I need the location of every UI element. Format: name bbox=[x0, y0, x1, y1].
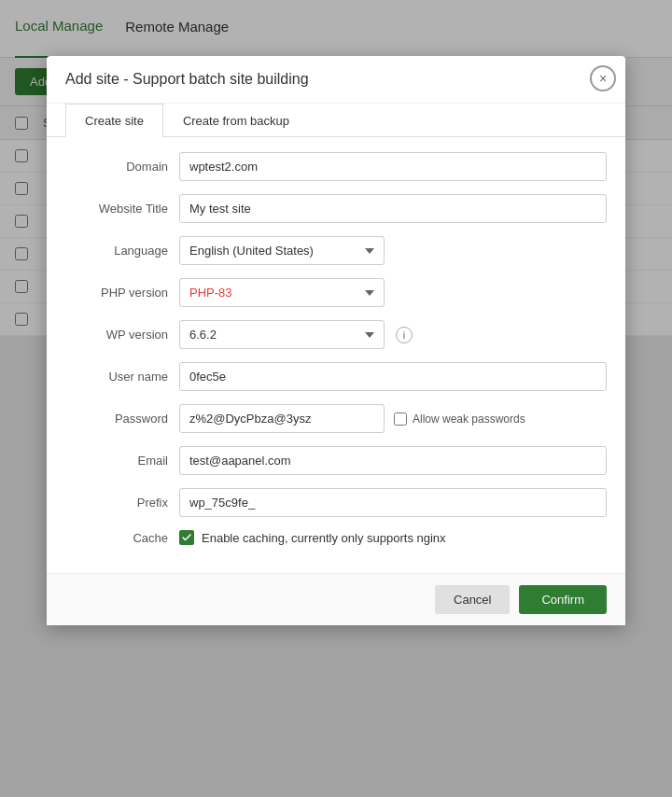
tab-create-from-backup[interactable]: Create from backup bbox=[163, 104, 309, 137]
allow-weak-checkbox[interactable] bbox=[394, 412, 407, 426]
wp-version-row: WP version 6.6.2 6.5.5 6.4.4 i bbox=[65, 320, 607, 349]
domain-row: Domain bbox=[65, 152, 607, 181]
wp-version-select[interactable]: 6.6.2 6.5.5 6.4.4 bbox=[179, 320, 385, 349]
language-label: Language bbox=[65, 244, 168, 258]
allow-weak-text: Allow weak passwords bbox=[413, 412, 525, 426]
password-label: Password bbox=[65, 412, 168, 426]
cache-description: Enable caching, currently only supports … bbox=[202, 531, 446, 545]
php-version-label: PHP version bbox=[65, 286, 168, 300]
php-version-select[interactable]: PHP-83 PHP-82 PHP-81 PHP-80 PHP-74 bbox=[179, 278, 385, 307]
username-row: User name bbox=[65, 362, 607, 391]
cache-row: Cache Enable caching, currently only sup… bbox=[65, 530, 607, 545]
password-row: Password Allow weak passwords bbox=[65, 404, 607, 433]
cancel-button[interactable]: Cancel bbox=[435, 585, 510, 614]
email-label: Email bbox=[65, 454, 168, 468]
tab-create-from-backup-label: Create from backup bbox=[183, 114, 289, 128]
prefix-input[interactable] bbox=[179, 488, 607, 517]
password-input[interactable] bbox=[179, 404, 385, 433]
wp-version-info-icon[interactable]: i bbox=[396, 327, 413, 343]
modal-close-button[interactable]: × bbox=[590, 65, 616, 91]
domain-input[interactable] bbox=[179, 152, 607, 181]
php-version-row: PHP version PHP-83 PHP-82 PHP-81 PHP-80 … bbox=[65, 278, 607, 307]
cache-label: Cache bbox=[65, 531, 168, 545]
tab-create-site-label: Create site bbox=[85, 114, 144, 128]
modal-header: Add site - Support batch site building bbox=[47, 56, 625, 104]
prefix-row: Prefix bbox=[65, 488, 607, 517]
website-title-label: Website Title bbox=[65, 202, 168, 216]
modal-title: Add site - Support batch site building bbox=[65, 71, 309, 87]
cache-controls: Enable caching, currently only supports … bbox=[179, 530, 446, 545]
modal-body: Domain Website Title Language English (U… bbox=[47, 137, 625, 573]
tab-create-site[interactable]: Create site bbox=[65, 104, 163, 137]
language-select[interactable]: English (United States) Chinese (Simplif… bbox=[179, 236, 385, 265]
add-site-modal: Add site - Support batch site building ×… bbox=[47, 56, 625, 625]
prefix-label: Prefix bbox=[65, 496, 168, 510]
website-title-input[interactable] bbox=[179, 194, 607, 223]
allow-weak-label: Allow weak passwords bbox=[394, 412, 525, 426]
username-input[interactable] bbox=[179, 362, 607, 391]
username-label: User name bbox=[65, 370, 168, 384]
modal-tabs: Create site Create from backup bbox=[47, 104, 625, 137]
modal-footer: Cancel Confirm bbox=[47, 573, 625, 625]
domain-label: Domain bbox=[65, 160, 168, 174]
language-row: Language English (United States) Chinese… bbox=[65, 236, 607, 265]
website-title-row: Website Title bbox=[65, 194, 607, 223]
email-row: Email bbox=[65, 446, 607, 475]
cache-checkbox[interactable] bbox=[179, 530, 194, 545]
email-input[interactable] bbox=[179, 446, 607, 475]
confirm-button[interactable]: Confirm bbox=[519, 585, 607, 614]
password-controls: Allow weak passwords bbox=[179, 404, 525, 433]
wp-version-label: WP version bbox=[65, 328, 168, 342]
modal-overlay: Add site - Support batch site building ×… bbox=[0, 0, 672, 797]
